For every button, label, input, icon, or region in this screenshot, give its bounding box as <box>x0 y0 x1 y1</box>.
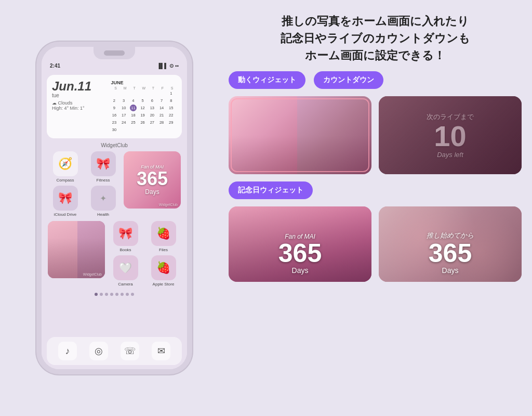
icloud-icon: 🎀 <box>53 186 78 211</box>
dock-phone[interactable]: ☏ <box>121 342 139 360</box>
dot-2 <box>100 293 103 296</box>
photo-border-decoration <box>231 98 369 172</box>
photo-widget-main[interactable]: WidgetClub <box>48 221 105 278</box>
health-icon: ✦ <box>91 186 116 211</box>
right-panel: 推しの写真をホーム画面に入れたり 記念日やライブのカウントダウンも ホーム画面に… <box>218 0 532 416</box>
app-icon-row-2: WidgetClub 🎀 Books 🍓 Files 🤍 Camera <box>42 219 187 289</box>
calendar-date: Jun.11 <box>52 80 107 93</box>
ann-right-content: 推し始めてから 365 Days <box>379 206 522 282</box>
app-icon-compass[interactable]: 🧭 Compass <box>48 151 83 183</box>
countdown-widget-big[interactable]: Fan of MAI 365 Days WidgetClub <box>124 151 181 209</box>
icloud-label: iCloud Drive <box>54 212 77 217</box>
phone-volume-up-button <box>36 120 37 142</box>
anniversary-widget-right[interactable]: 推し始めてから 365 Days <box>379 206 522 282</box>
files-label: Files <box>159 248 168 252</box>
widgetclub-label-widget: WidgetClub <box>159 203 178 206</box>
ann-left-days: Days <box>292 266 309 275</box>
app-icon-fitness[interactable]: 🎀 Fitness <box>86 151 121 183</box>
phone-dock: ♪ ◎ ☏ ✉ <box>47 337 182 365</box>
countdown-dark-content: 次のライブまで 10 Days left <box>379 96 522 174</box>
app-icons-2x2-top: 🧭 Compass 🎀 Fitness 🎀 iCloud Drive ✦ Hea… <box>48 151 121 217</box>
section-buttons-top: 動くウィジェット カウントダウン <box>229 71 522 89</box>
app-icon-books[interactable]: 🎀 Books <box>108 221 143 252</box>
dot-3 <box>105 293 108 296</box>
app-icon-health[interactable]: ✦ Health <box>86 186 121 217</box>
dock-compass[interactable]: ◎ <box>89 342 108 360</box>
moving-widget-badge[interactable]: 動くウィジェット <box>229 71 305 89</box>
camera-icon: 🤍 <box>113 255 138 280</box>
dot-4 <box>110 293 113 296</box>
app-icon-apple-store[interactable]: 🍓 Apple Store <box>146 255 181 287</box>
dot-6 <box>121 293 124 296</box>
countdown-badge[interactable]: カウントダウン <box>314 71 383 89</box>
calendar-widget: Jun.11 tue ☁ Clouds High: 4° Min: 1° JUN… <box>47 75 182 138</box>
countdown-preview[interactable]: 次のライブまで 10 Days left <box>379 96 522 174</box>
status-bar: 2:41 ▐▌▌ ⊙ ▪▪ <box>42 60 187 71</box>
live-countdown-number: 10 <box>434 122 466 151</box>
phone-screen: 2:41 ▐▌▌ ⊙ ▪▪ Jun.11 tue ☁ Clouds High: … <box>42 47 187 369</box>
app-icon-camera[interactable]: 🤍 Camera <box>108 255 143 287</box>
live-countdown-days: Days left <box>437 151 463 159</box>
status-time: 2:41 <box>50 63 60 69</box>
compass-icon: 🧭 <box>53 151 78 176</box>
anniversary-section: 記念日ウィジェット <box>229 181 522 199</box>
ann-left-content: Fan of MAI 365 Days <box>229 206 371 282</box>
phone-power-button <box>191 109 192 140</box>
widgetclub-label: WidgetClub <box>42 140 187 149</box>
anniversary-row: Fan of MAI 365 Days 推し始めてから 365 Days <box>229 206 522 282</box>
moving-widget-preview[interactable] <box>229 96 371 174</box>
app-icon-files[interactable]: 🍓 Files <box>146 221 181 252</box>
apple-store-label: Apple Store <box>153 282 175 287</box>
app-icon-icloud[interactable]: 🎀 iCloud Drive <box>48 186 83 217</box>
dot-1 <box>95 293 98 296</box>
books-icon: 🎀 <box>113 221 138 246</box>
app-icons-2x2-bottom: 🎀 Books 🍓 Files 🤍 Camera 🍓 Apple Store <box>108 221 181 287</box>
anniversary-badge[interactable]: 記念日ウィジェット <box>229 181 313 199</box>
calendar-weather: ☁ Clouds High: 4° Min: 1° <box>52 100 107 111</box>
status-icons: ▐▌▌ ⊙ ▪▪ <box>157 63 179 69</box>
calendar-right: JUNE SMTWTFS 1 2345678 9101112131415 161… <box>111 80 177 133</box>
widget-previews-row: 次のライブまで 10 Days left <box>229 96 522 174</box>
ann-right-num: 365 <box>429 240 472 266</box>
calendar-left: Jun.11 tue ☁ Clouds High: 4° Min: 1° <box>52 80 107 111</box>
countdown-days: Days <box>145 188 159 196</box>
phone-volume-down-button <box>36 147 37 170</box>
dock-music[interactable]: ♪ <box>58 342 77 360</box>
dot-8 <box>131 293 134 296</box>
phone-notch <box>94 47 135 59</box>
phone-mockup: 2:41 ▐▌▌ ⊙ ▪▪ Jun.11 tue ☁ Clouds High: … <box>10 5 218 411</box>
compass-label: Compass <box>57 178 74 183</box>
dock-mail[interactable]: ✉ <box>152 342 170 360</box>
health-label: Health <box>97 212 109 217</box>
ann-left-num: 365 <box>278 240 322 266</box>
files-icon: 🍓 <box>151 221 176 246</box>
calendar-day: tue <box>52 93 107 98</box>
calendar-month: JUNE <box>111 80 177 85</box>
phone-mute-button <box>36 99 37 114</box>
ann-right-days: Days <box>442 266 459 275</box>
anniversary-widget-left[interactable]: Fan of MAI 365 Days <box>229 206 371 282</box>
app-icon-row-1: 🧭 Compass 🎀 Fitness 🎀 iCloud Drive ✦ Hea… <box>42 149 187 219</box>
dot-7 <box>126 293 129 296</box>
calendar-days-header: SMTWTFS <box>111 86 177 90</box>
phone-frame: 2:41 ▐▌▌ ⊙ ▪▪ Jun.11 tue ☁ Clouds High: … <box>36 42 192 374</box>
fitness-icon: 🎀 <box>91 151 116 176</box>
fitness-label: Fitness <box>97 178 110 183</box>
books-label: Books <box>119 248 131 252</box>
photo-widget-wc-label: WidgetClub <box>83 272 102 276</box>
camera-label: Camera <box>118 282 132 287</box>
apple-store-icon: 🍓 <box>151 255 176 280</box>
countdown-number: 365 <box>137 170 168 188</box>
hero-title: 推しの写真をホーム画面に入れたり 記念日やライブのカウントダウンも ホーム画面に… <box>229 12 522 64</box>
page-indicator <box>42 289 187 298</box>
dot-5 <box>115 293 118 296</box>
calendar-days-grid: 1 2345678 9101112131415 16171819202122 2… <box>111 90 177 133</box>
